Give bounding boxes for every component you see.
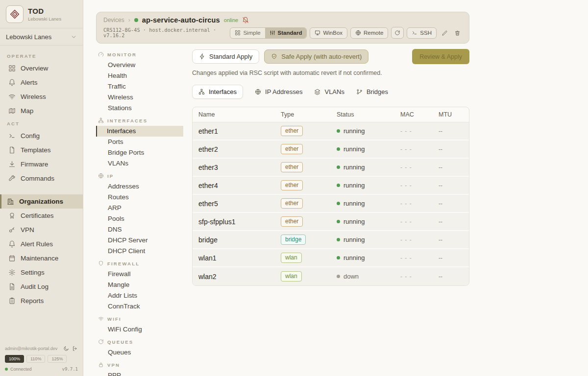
sidebar-item-audit-log[interactable]: Audit Log: [0, 280, 83, 294]
sidebar-nav: OPERATEOverviewAlertsWirelessMapACTConfi…: [0, 46, 83, 342]
org-selector[interactable]: Lebowski Lanes: [0, 28, 83, 46]
zoom-125-button[interactable]: 125%: [48, 355, 67, 363]
logout-icon[interactable]: [72, 346, 78, 352]
tab-interfaces[interactable]: Interfaces: [192, 85, 243, 99]
review-apply-button[interactable]: Review & Apply: [412, 49, 469, 64]
sidebar-item-reports[interactable]: Reports: [0, 294, 83, 308]
table-row-sfp-sfpplus1[interactable]: sfp-sfpplus1etherrunning- - ---: [193, 213, 469, 231]
wifi-icon: [8, 93, 16, 100]
status-label: running: [343, 145, 365, 153]
device-nav-item-queues[interactable]: Queues: [96, 347, 183, 358]
device-nav-item-pools[interactable]: Pools: [96, 213, 183, 224]
sidebar-item-firmware[interactable]: Firmware: [0, 157, 83, 171]
table-row-bridge[interactable]: bridgebridgerunning- - ---: [193, 231, 469, 249]
notifications-muted-icon[interactable]: [242, 17, 249, 24]
refresh-icon: [394, 30, 400, 36]
device-nav-item-mangle[interactable]: Mangle: [96, 280, 183, 290]
cell-type: ether: [281, 162, 337, 173]
sidebar-item-commands[interactable]: Commands: [0, 171, 83, 186]
cell-mac: - - -: [400, 218, 439, 225]
type-badge: ether: [281, 162, 303, 173]
cell-name: bridge: [193, 236, 281, 244]
device-nav-section-header: WIFI: [96, 313, 192, 324]
device-nav-item-traffic[interactable]: Traffic: [96, 81, 183, 92]
cell-name: ether5: [193, 200, 281, 208]
device-nav-item-dhcp-client[interactable]: DHCP Client: [96, 246, 183, 257]
sidebar-item-alerts[interactable]: Alerts: [0, 75, 83, 90]
device-nav-item-vlans[interactable]: VLANs: [96, 158, 183, 169]
sidebar-item-wireless[interactable]: Wireless: [0, 90, 83, 104]
sidebar-item-config[interactable]: Config: [0, 129, 83, 143]
badge-icon: [8, 212, 16, 219]
ssh-button[interactable]: SSH: [407, 27, 437, 39]
zoom-100-button[interactable]: 100%: [5, 355, 24, 363]
simple-mode-button[interactable]: Simple: [230, 28, 265, 38]
device-nav-item-dhcp-server[interactable]: DHCP Server: [96, 235, 183, 246]
device-nav-item-conntrack[interactable]: ConnTrack: [96, 301, 183, 312]
remote-button-label: Remote: [364, 30, 383, 36]
sidebar-item-label: Organizations: [19, 198, 63, 205]
device-nav-item-overview[interactable]: Overview: [96, 60, 183, 70]
status-label: down: [343, 273, 359, 280]
standard-apply-button[interactable]: Standard Apply: [192, 49, 259, 64]
device-nav-section-header: IP: [96, 170, 192, 181]
table-row-ether2[interactable]: ether2etherrunning- - ---: [193, 141, 469, 159]
table-row-ether1[interactable]: ether1etherrunning- - ---: [193, 122, 469, 141]
sidebar-item-organizations[interactable]: Organizations: [0, 194, 83, 209]
network-icon: [198, 89, 205, 95]
table-row-ether5[interactable]: ether5etherrunning- - ---: [193, 195, 469, 213]
safe-apply-button[interactable]: Safe Apply (with auto-revert): [264, 49, 368, 64]
device-nav-item-routes[interactable]: Routes: [96, 192, 183, 203]
sidebar-item-label: Alert Rules: [21, 240, 53, 248]
table-row-wlan1[interactable]: wlan1wlanrunning- - ---: [193, 249, 469, 267]
tab-label: Bridges: [367, 88, 388, 95]
pencil-icon: [441, 30, 448, 36]
app-version: v9.7.1: [62, 367, 78, 372]
theme-toggle-moon-icon[interactable]: [63, 346, 69, 352]
device-nav-item-stations[interactable]: Stations: [96, 103, 183, 114]
sidebar-item-certificates[interactable]: Certificates: [0, 209, 83, 223]
sidebar-item-maintenance[interactable]: Maintenance: [0, 251, 83, 265]
device-nav-item-arp[interactable]: ARP: [96, 203, 183, 213]
device-nav-item-ppp[interactable]: PPP: [96, 370, 183, 376]
device-nav-item-wifi-config[interactable]: WiFi Config: [96, 324, 183, 335]
zoom-110-button[interactable]: 110%: [26, 355, 45, 363]
device-nav-item-bridge-ports[interactable]: Bridge Ports: [96, 147, 183, 158]
sidebar-item-alert-rules[interactable]: Alert Rules: [0, 237, 83, 251]
brand-text: TOD Lebowski Lanes: [28, 7, 61, 22]
edit-device-button[interactable]: [440, 28, 449, 38]
device-nav-item-addr-lists[interactable]: Addr Lists: [96, 290, 183, 301]
status-label: running: [343, 182, 365, 189]
sidebar-item-settings[interactable]: Settings: [0, 265, 83, 280]
status-dot: [337, 184, 340, 187]
table-row-ether4[interactable]: ether4etherrunning- - ---: [193, 177, 469, 195]
device-nav-item-firewall[interactable]: Firewall: [96, 269, 183, 280]
standard-mode-button[interactable]: Standard: [265, 28, 307, 38]
device-nav-item-interfaces[interactable]: Interfaces: [96, 126, 183, 137]
sidebar-item-map[interactable]: Map: [0, 104, 83, 118]
device-nav-item-addresses[interactable]: Addresses: [96, 181, 183, 192]
device-nav-section-label: QUEUES: [107, 339, 133, 345]
trash-icon: [454, 30, 461, 36]
tab-vlans[interactable]: VLANs: [314, 88, 344, 95]
table-row-ether3[interactable]: ether3etherrunning- - ---: [193, 159, 469, 177]
refresh-button[interactable]: [391, 27, 404, 39]
tab-ip-addresses[interactable]: IP Addresses: [255, 88, 302, 95]
status-label: running: [343, 218, 365, 225]
building-icon: [7, 198, 14, 205]
delete-device-button[interactable]: [452, 28, 462, 38]
sidebar-item-overview[interactable]: Overview: [0, 61, 83, 75]
view-mode-segment: SimpleStandard: [230, 27, 307, 39]
winbox-button[interactable]: WinBox: [310, 27, 347, 39]
sidebar-item-templates[interactable]: Templates: [0, 143, 83, 157]
breadcrumb-devices-link[interactable]: Devices: [103, 17, 124, 24]
sidebar-item-vpn[interactable]: VPN: [0, 223, 83, 237]
interfaces-table: NameTypeStatusMACMTU ether1etherrunning-…: [192, 107, 469, 286]
tab-bridges[interactable]: Bridges: [356, 88, 388, 95]
device-nav-item-wireless[interactable]: Wireless: [96, 92, 183, 103]
remote-button[interactable]: Remote: [350, 27, 388, 39]
device-nav-item-health[interactable]: Health: [96, 70, 183, 81]
table-row-wlan2[interactable]: wlan2wlandown- - ---: [193, 267, 469, 285]
device-nav-item-ports[interactable]: Ports: [96, 137, 183, 147]
device-nav-item-dns[interactable]: DNS: [96, 224, 183, 235]
